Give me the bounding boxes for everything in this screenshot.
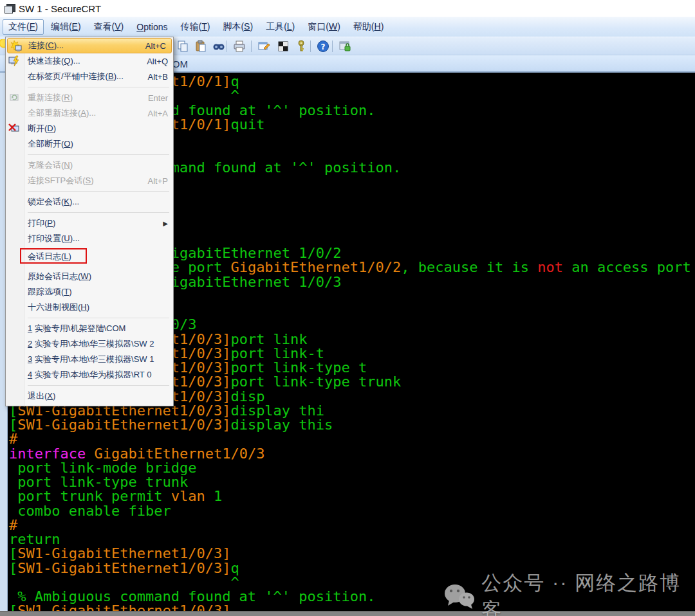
terminal-line: [SW1-GigabitEthernet1/0/3]q [9, 561, 239, 575]
find-icon[interactable] [211, 39, 227, 54]
shortcut-label: Alt+P [142, 176, 168, 186]
terminal-line: ^ [9, 575, 239, 590]
menu-item-trace-options[interactable]: 跟踪选项(T) [6, 284, 173, 300]
terminal-line: interface GigabitEthernet1/0/3 [9, 447, 264, 461]
key-icon[interactable] [293, 39, 309, 54]
menu-item-disconnect-all[interactable]: 全部断开(O) [6, 136, 173, 152]
wechat-icon [443, 583, 475, 611]
svg-text:?: ? [321, 42, 326, 51]
menu-item-disconnect[interactable]: 断开(D) [6, 121, 173, 136]
menu-item-connect-sftp-session: 连接SFTP会话(S)Alt+P [6, 173, 173, 188]
menu-item-reconnect: 重新连接(R)Enter [6, 90, 173, 105]
menu-window[interactable]: 窗口(W) [302, 19, 346, 35]
app-icon [5, 4, 15, 13]
menu-tools[interactable]: 工具(L) [260, 19, 301, 35]
keymap-icon[interactable] [275, 39, 291, 54]
menu-item-clone-session: 克隆会话(N) [6, 158, 173, 173]
menu-item-lock-session[interactable]: 锁定会话(K)... [6, 194, 173, 210]
window-titlebar: SW 1 - SecureCRT [0, 0, 695, 17]
terminal-line: [SW1-GigabitEthernet1/0/3] [9, 604, 230, 611]
menu-separator [6, 210, 173, 215]
menu-separator [6, 188, 173, 194]
reconnect-icon [8, 92, 20, 104]
menu-edit[interactable]: 编辑(E) [45, 19, 87, 35]
menu-item-connect-in-tab[interactable]: 在标签页/平铺中连接(B)...Alt+B [6, 69, 173, 84]
terminal-line: # [9, 432, 17, 446]
menu-item-raw-session-log[interactable]: 原始会话日志(W) [6, 269, 173, 284]
watermark-text: 公众号 ·· 网络之路博客 [481, 570, 695, 616]
menu-item-recent-session-4[interactable]: 4 实验专用\本地\华为模拟器\RT 0 [6, 367, 173, 383]
menu-options[interactable]: Options [131, 20, 173, 34]
terminal-line: return [9, 532, 60, 547]
shortcut-label: Alt+A [142, 109, 168, 118]
terminal-line: port link-type trunk [9, 475, 188, 489]
help-icon[interactable]: ? [315, 39, 331, 54]
menu-transfer[interactable]: 传输(T) [175, 19, 216, 35]
menu-item-reconnect-all: 全部重新连接(A)...Alt+A [6, 105, 173, 121]
copy-icon[interactable] [175, 39, 190, 54]
terminal-line: port trunk permit vlan 1 [9, 489, 222, 503]
terminal-line: # [9, 518, 17, 532]
shortcut-label: Alt+B [142, 72, 168, 82]
watermark: 公众号 ·· 网络之路博客 [443, 570, 695, 616]
paste-icon[interactable] [193, 39, 208, 54]
connect-icon [10, 41, 22, 52]
print-icon[interactable] [232, 39, 247, 54]
partial-toolbar-icon [0, 39, 5, 51]
shortcut-label: Alt+C [139, 41, 166, 51]
submenu-arrow-icon: ▶ [163, 220, 168, 227]
terminal-line: port link-mode bridge [9, 461, 196, 475]
disconnect-icon [8, 123, 20, 134]
menu-item-recent-session-3[interactable]: 3 实验专用\本地\华三模拟器\SW 1 [6, 352, 173, 367]
menu-item-recent-session-2[interactable]: 2 实验专用\本地\华三模拟器\SW 2 [6, 336, 173, 352]
menu-item-session-log[interactable]: 会话日志(L) [6, 249, 173, 264]
menu-script[interactable]: 脚本(S) [217, 19, 259, 35]
menu-item-connect[interactable]: 连接(C)...Alt+C [7, 38, 172, 53]
menu-help[interactable]: 帮助(H) [348, 19, 389, 35]
shortcut-label: Enter [142, 93, 168, 103]
menu-item-quick-connect[interactable]: 快速连接(Q)...Alt+Q [6, 53, 173, 69]
terminal-line: combo enable fiber [9, 504, 171, 518]
shortcut-label: Alt+Q [140, 57, 168, 66]
menu-item-exit[interactable]: 退出(X) [6, 388, 173, 404]
menu-separator [6, 315, 173, 321]
window-title: SW 1 - SecureCRT [19, 3, 101, 14]
menu-view[interactable]: 查看(V) [88, 19, 130, 35]
menu-file[interactable]: 文件(F) [3, 19, 44, 35]
menu-item-hex-view[interactable]: 十六进制视图(H) [6, 300, 173, 315]
file-menu: 连接(C)...Alt+C快速连接(Q)...Alt+Q在标签页/平铺中连接(B… [5, 37, 174, 406]
terminal-line: [SW1-GigabitEthernet1/0/3]display this [9, 418, 333, 432]
menu-separator [6, 383, 173, 388]
security-icon[interactable] [337, 39, 353, 54]
quick-connect-icon [8, 55, 20, 67]
menu-item-recent-session-1[interactable]: 1 实验专用\机架登陆\COM [6, 321, 173, 336]
menu-item-print[interactable]: 打印(P)▶ [6, 215, 173, 231]
menu-separator [6, 152, 173, 158]
terminal-line: % Ambiguous command found at '^' positio… [9, 590, 376, 604]
session-options-icon[interactable] [256, 39, 272, 54]
terminal-line: [SW1-GigabitEthernet1/0/3] [9, 547, 230, 561]
menu-item-print-setup[interactable]: 打印设置(U)... [6, 231, 173, 246]
menubar: 文件(F)编辑(E)查看(V)Options传输(T)脚本(S)工具(L)窗口(… [0, 17, 695, 37]
menu-separator [6, 84, 173, 90]
